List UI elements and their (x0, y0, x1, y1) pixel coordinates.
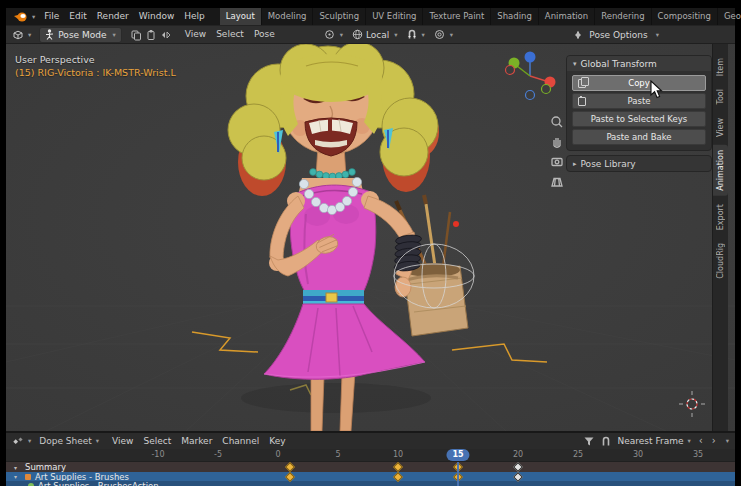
snapping-button[interactable]: ▾ (407, 29, 425, 40)
ruler-tick: 5 (335, 450, 340, 459)
filter-icon[interactable] (584, 437, 594, 446)
chevron-down-icon: ▾ (450, 31, 453, 39)
pose-paste-flipped-icon[interactable] (160, 29, 172, 41)
keyframe-diamond[interactable] (285, 472, 295, 482)
workspace-tab[interactable]: Shading (491, 8, 539, 25)
snap-mode-label: Nearest Frame (618, 436, 684, 446)
pivot-point-icon (324, 29, 335, 40)
chevron-down-icon: ▾ (340, 31, 343, 39)
viewport-editor-icon (12, 29, 24, 41)
dopesheet-menu-item[interactable]: Select (138, 433, 176, 450)
sidebar-tab[interactable]: Animation (713, 145, 728, 196)
proportional-editing-button[interactable]: ▾ (434, 29, 453, 40)
ruler-tick: 25 (573, 450, 583, 459)
viewport-menu-item[interactable]: Select (211, 25, 249, 44)
current-frame-badge[interactable]: 15 (446, 449, 469, 461)
playhead-line[interactable] (457, 462, 459, 486)
global-transform-panel: ▾ Global Transform Copy Paste (566, 55, 712, 151)
chevron-down-icon: ▾ (28, 437, 31, 445)
menubar: FileEditRenderWindowHelp (39, 8, 210, 25)
panel-button[interactable]: Paste and Bake (572, 129, 706, 145)
workspace-tab[interactable]: Animation (539, 8, 595, 25)
workspace-tab[interactable]: Geometry Nodes (718, 8, 741, 25)
dopesheet-menu-item[interactable]: Key (264, 433, 290, 450)
workspace-tab[interactable]: Sculpting (313, 8, 366, 25)
x-mirror-icon[interactable] (577, 31, 585, 39)
dopesheet-header: ▾ Dope Sheet ▾ ViewSelectMarkerChannelKe… (6, 431, 735, 449)
workspace-tab[interactable]: UV Editing (366, 8, 423, 25)
dopesheet-channel-row[interactable]: Art Supplies - BrushesAction (6, 481, 735, 486)
keyframe-diamond[interactable] (513, 472, 523, 482)
snap-mode-dropdown[interactable]: Nearest Frame ▾ (618, 436, 691, 446)
workspace-tab[interactable]: Compositing (652, 8, 718, 25)
transform-orientation-dropdown[interactable]: Local ▾ (352, 29, 398, 40)
snap-magnet-icon[interactable] (601, 436, 611, 447)
next-keyframe-button[interactable]: › (711, 436, 717, 446)
transform-pivot-button[interactable]: ▾ (324, 29, 343, 40)
sidebar-tab[interactable]: Tool (713, 84, 728, 110)
ruler-tick: 20 (513, 450, 523, 459)
sidebar-tab[interactable]: Item (713, 53, 728, 81)
panel-button[interactable]: Copy (572, 75, 706, 91)
ruler-tick: -10 (151, 450, 164, 459)
ruler-tick: 30 (633, 450, 643, 459)
chevron-down-icon: ▾ (32, 13, 35, 21)
chevron-down-icon: ▾ (113, 31, 116, 39)
chevron-down-icon: ▾ (422, 31, 425, 39)
menubar-item[interactable]: Render (92, 8, 134, 25)
panel-title: Pose Library (581, 159, 636, 169)
keyframe-diamond[interactable] (513, 462, 523, 472)
dopesheet-menu-item[interactable]: Marker (176, 433, 217, 450)
pose-library-panel[interactable]: ▸ Pose Library (566, 155, 712, 172)
panel-button[interactable]: Paste (572, 93, 706, 109)
global-transform-header[interactable]: ▾ Global Transform (567, 56, 711, 71)
chevron-down-icon[interactable]: ▾ (726, 437, 729, 445)
dopesheet-menu-item[interactable]: View (107, 433, 138, 450)
blender-window: ▾ FileEditRenderWindowHelp LayoutModelin… (6, 8, 735, 486)
rig-elbow-marker[interactable] (453, 221, 459, 227)
button-icon (578, 97, 586, 106)
pose-mode-icon (45, 29, 54, 40)
editor-type-button[interactable]: ▾ (12, 29, 31, 41)
prev-keyframe-button[interactable]: ‹ (698, 436, 704, 446)
workspace-tab[interactable]: Layout (220, 8, 262, 25)
menubar-item[interactable]: Window (134, 8, 180, 25)
blender-menu-button[interactable]: ▾ (10, 11, 39, 23)
dopesheet-menu-item[interactable]: Channel (217, 433, 264, 450)
menubar-item[interactable]: Edit (64, 8, 91, 25)
view-perspective-label: User Perspective (15, 54, 95, 65)
sidebar-tab[interactable]: Export (713, 199, 728, 235)
sidebar-tabs: ItemToolViewAnimationExportCloudRig (712, 44, 728, 431)
menubar-item[interactable]: File (39, 8, 64, 25)
keyframe-diamond[interactable] (285, 462, 295, 472)
pose-copy-icon[interactable] (130, 29, 142, 41)
pose-paste-icon[interactable] (145, 29, 157, 41)
collapse-arrow-icon: ▾ (573, 60, 577, 68)
active-bone-label: (15) RIG-Victoria : IK-MSTR-Wrist.L (15, 67, 176, 78)
workspace-tab[interactable]: Texture Paint (423, 8, 491, 25)
ruler-tick: 0 (275, 450, 280, 459)
dopesheet-editor-type-button[interactable]: ▾ (12, 435, 31, 447)
workspace-tabs: LayoutModelingSculptingUV EditingTexture… (220, 8, 741, 25)
dopesheet-channel-row[interactable]: ▾Summary (6, 462, 735, 472)
sidebar-tab[interactable]: CloudRig (713, 238, 728, 284)
timeline-ruler[interactable]: -10-50510152025303515 (6, 449, 735, 462)
viewport-menu-item[interactable]: Pose (249, 25, 280, 44)
channel-expand-icon[interactable]: ▾ (14, 464, 21, 471)
sidebar-tab[interactable]: View (713, 113, 728, 142)
workspace-tab[interactable]: Modeling (262, 8, 314, 25)
panel-button[interactable]: Paste to Selected Keys (572, 111, 706, 127)
screen: { "icons": { "chevron_down": "▾", "colla… (0, 0, 741, 486)
keyframe-diamond[interactable] (393, 472, 403, 482)
mode-dropdown[interactable]: Pose Mode ▾ (39, 27, 122, 43)
button-label: Copy (628, 78, 650, 88)
pose-options-button[interactable]: Pose Options (589, 30, 647, 40)
viewport-menu-item[interactable]: View (180, 25, 211, 44)
menubar-item[interactable]: Help (179, 8, 210, 25)
dopesheet-mode-dropdown[interactable]: Dope Sheet ▾ (39, 436, 99, 446)
channel-expand-icon[interactable]: ▾ (14, 473, 21, 480)
keyframe-diamond[interactable] (393, 462, 403, 472)
workspace-tab[interactable]: Rendering (595, 8, 651, 25)
viewport-menus: ViewSelectPose (180, 25, 280, 44)
dopesheet-header-right: Nearest Frame ▾ ‹ › ▾ (584, 436, 729, 447)
